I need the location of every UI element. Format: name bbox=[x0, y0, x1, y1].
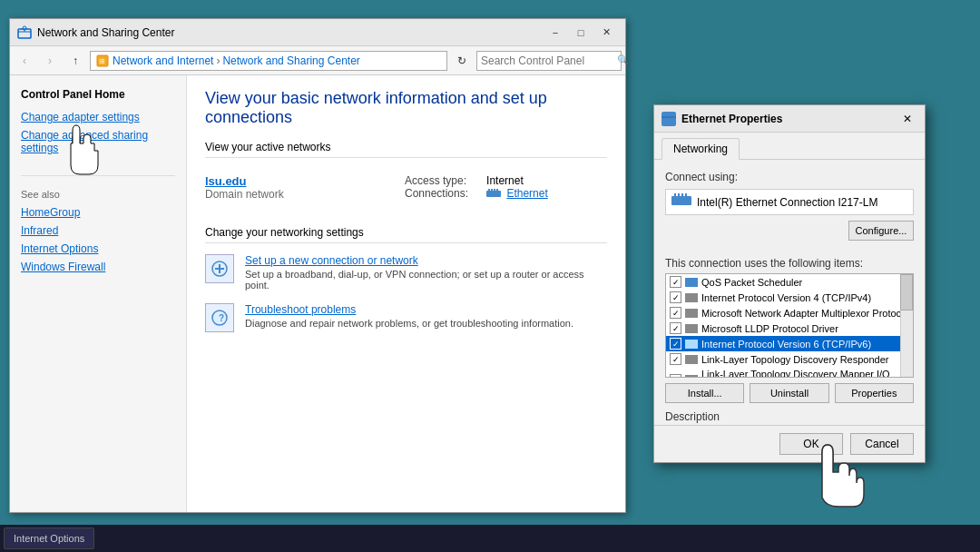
responder-label: Link-Layer Topology Discovery Responder bbox=[701, 354, 888, 365]
dialog-close-button[interactable]: ✕ bbox=[897, 110, 917, 128]
qos-icon bbox=[685, 278, 698, 287]
list-item-responder[interactable]: ✓ Link-Layer Topology Discovery Responde… bbox=[666, 351, 913, 367]
breadcrumb-icon: ⊞ bbox=[96, 54, 113, 67]
items-label: This connection uses the following items… bbox=[665, 257, 914, 270]
checkbox-ipv6[interactable]: ✓ bbox=[670, 338, 681, 350]
back-button[interactable]: ‹ bbox=[14, 51, 35, 71]
search-input[interactable] bbox=[481, 54, 617, 67]
connect-using-label: Connect using: bbox=[665, 171, 914, 183]
sidebar-divider bbox=[21, 175, 175, 176]
svg-rect-22 bbox=[685, 193, 687, 197]
search-box[interactable]: 🔍 bbox=[476, 51, 622, 71]
adapter-name: Intel(R) Ethernet Connection I217-LM bbox=[697, 196, 907, 209]
uninstall-button[interactable]: Uninstall bbox=[750, 383, 828, 403]
address-path[interactable]: ⊞ Network and Internet › Network and Sha… bbox=[90, 51, 447, 71]
taskbar-item-label: Internet Options bbox=[14, 533, 84, 544]
network-details: Access type: Connections: Internet bbox=[405, 174, 548, 200]
cancel-button[interactable]: Cancel bbox=[850, 433, 914, 455]
ipv6-icon bbox=[685, 340, 698, 349]
forward-button[interactable]: › bbox=[39, 51, 61, 71]
access-type-value: Internet bbox=[486, 174, 548, 187]
maximize-button[interactable]: □ bbox=[569, 24, 593, 42]
content-area: Control Panel Home Change adapter settin… bbox=[10, 75, 625, 512]
access-type-label: Access type: bbox=[405, 174, 468, 187]
sidebar-link-advanced-sharing[interactable]: Change advanced sharing settings bbox=[10, 126, 186, 157]
new-connection-desc: Set up a broadband, dial-up, or VPN conn… bbox=[245, 269, 607, 291]
access-type-group: Access type: Connections: bbox=[405, 174, 468, 200]
sidebar-link-homegroup[interactable]: HomeGroup bbox=[10, 203, 186, 222]
items-listbox[interactable]: ✓ QoS Packet Scheduler ✓ Internet Protoc… bbox=[665, 273, 914, 378]
mapper-icon bbox=[685, 375, 698, 378]
list-item-lldp[interactable]: ✓ Microsoft LLDP Protocol Driver bbox=[666, 320, 913, 336]
setting-item-new-connection: Set up a new connection or network Set u… bbox=[205, 254, 607, 291]
see-also-title: See also bbox=[10, 185, 186, 203]
window-icon bbox=[17, 25, 32, 40]
list-item-mapper[interactable]: ✓ Link-Layer Topology Discovery Mapper I… bbox=[666, 367, 913, 378]
qos-label: QoS Packet Scheduler bbox=[701, 277, 802, 288]
search-icon: 🔍 bbox=[617, 54, 630, 66]
properties-button[interactable]: Properties bbox=[835, 383, 914, 403]
list-item-mux[interactable]: ✓ Microsoft Network Adapter Multiplexor … bbox=[666, 305, 913, 320]
svg-text:⊞: ⊞ bbox=[99, 57, 105, 65]
close-button[interactable]: ✕ bbox=[594, 24, 618, 42]
connections-label: Connections: bbox=[405, 187, 468, 200]
main-content: View your basic network information and … bbox=[187, 75, 625, 512]
address-bar: ‹ › ↑ ⊞ Network and Internet › Network a… bbox=[10, 46, 625, 75]
see-also-section: See also HomeGroup Infrared Internet Opt… bbox=[10, 175, 186, 276]
checkbox-lldp[interactable]: ✓ bbox=[670, 322, 681, 334]
checkbox-qos[interactable]: ✓ bbox=[670, 276, 681, 288]
taskbar: Internet Options bbox=[0, 525, 980, 552]
sidebar-link-windows-firewall[interactable]: Windows Firewall bbox=[10, 258, 186, 276]
ipv4-icon bbox=[685, 293, 698, 302]
svg-rect-20 bbox=[678, 193, 680, 197]
scrollbar-thumb[interactable] bbox=[900, 274, 913, 310]
checkbox-mapper[interactable]: ✓ bbox=[670, 374, 681, 379]
list-item-ipv6[interactable]: ✓ Internet Protocol Version 6 (TCP/IPv6) bbox=[666, 336, 913, 351]
minimize-button[interactable]: − bbox=[544, 24, 567, 42]
svg-rect-18 bbox=[671, 196, 691, 205]
configure-button[interactable]: Configure... bbox=[848, 221, 914, 241]
checkbox-responder[interactable]: ✓ bbox=[670, 353, 681, 365]
new-connection-title[interactable]: Set up a new connection or network bbox=[245, 254, 607, 267]
network-name-link[interactable]: lsu.edu bbox=[205, 174, 405, 188]
sidebar-link-internet-options[interactable]: Internet Options bbox=[10, 240, 186, 258]
troubleshoot-text: Troubleshoot problems Diagnose and repai… bbox=[245, 303, 573, 329]
refresh-button[interactable]: ↻ bbox=[451, 51, 473, 71]
dialog-footer: OK Cancel bbox=[654, 425, 925, 462]
dialog-icon bbox=[662, 112, 676, 126]
taskbar-internet-options[interactable]: Internet Options bbox=[4, 527, 94, 549]
list-item-qos[interactable]: ✓ QoS Packet Scheduler bbox=[666, 274, 913, 290]
setting-item-troubleshoot: ? Troubleshoot problems Diagnose and rep… bbox=[205, 303, 607, 332]
title-bar: Network and Sharing Center − □ ✕ bbox=[10, 19, 625, 46]
checkbox-ipv4[interactable]: ✓ bbox=[670, 291, 681, 303]
mux-label: Microsoft Network Adapter Multiplexor Pr… bbox=[701, 308, 909, 319]
network-info: lsu.edu Domain network Access type: Conn… bbox=[205, 167, 607, 208]
ethernet-icon bbox=[486, 187, 506, 200]
ok-button[interactable]: OK bbox=[779, 433, 843, 455]
change-settings-section: Change your networking settings Set up a… bbox=[205, 226, 607, 332]
breadcrumb-network-internet[interactable]: Network and Internet bbox=[113, 54, 213, 67]
tab-networking[interactable]: Networking bbox=[662, 138, 740, 160]
connections-value-group: Ethernet bbox=[486, 187, 548, 200]
dialog-tabs: Networking bbox=[654, 133, 925, 160]
sidebar-link-adapter-settings[interactable]: Change adapter settings bbox=[10, 108, 186, 126]
up-button[interactable]: ↑ bbox=[64, 51, 86, 71]
dialog-content: Connect using: Intel(R) Ethernet Connect… bbox=[654, 160, 925, 425]
change-settings-label: Change your networking settings bbox=[205, 226, 607, 243]
network-name-block: lsu.edu Domain network bbox=[205, 174, 405, 201]
svg-rect-7 bbox=[488, 189, 490, 192]
breadcrumb-separator: › bbox=[216, 54, 220, 67]
breadcrumb-current[interactable]: Network and Sharing Center bbox=[222, 54, 359, 67]
scrollbar-track[interactable] bbox=[900, 274, 913, 377]
title-bar-controls: − □ ✕ bbox=[544, 24, 618, 42]
checkbox-mux[interactable]: ✓ bbox=[670, 307, 681, 319]
troubleshoot-title[interactable]: Troubleshoot problems bbox=[245, 303, 573, 316]
new-connection-icon bbox=[205, 254, 234, 283]
sidebar-link-infrared[interactable]: Infrared bbox=[10, 222, 186, 240]
list-item-ipv4[interactable]: ✓ Internet Protocol Version 4 (TCP/IPv4) bbox=[666, 290, 913, 305]
svg-text:?: ? bbox=[219, 313, 224, 323]
install-button[interactable]: Install... bbox=[665, 383, 744, 403]
troubleshoot-desc: Diagnose and repair network problems, or… bbox=[245, 318, 573, 329]
connections-link[interactable]: Ethernet bbox=[506, 187, 547, 200]
svg-rect-9 bbox=[494, 189, 495, 192]
